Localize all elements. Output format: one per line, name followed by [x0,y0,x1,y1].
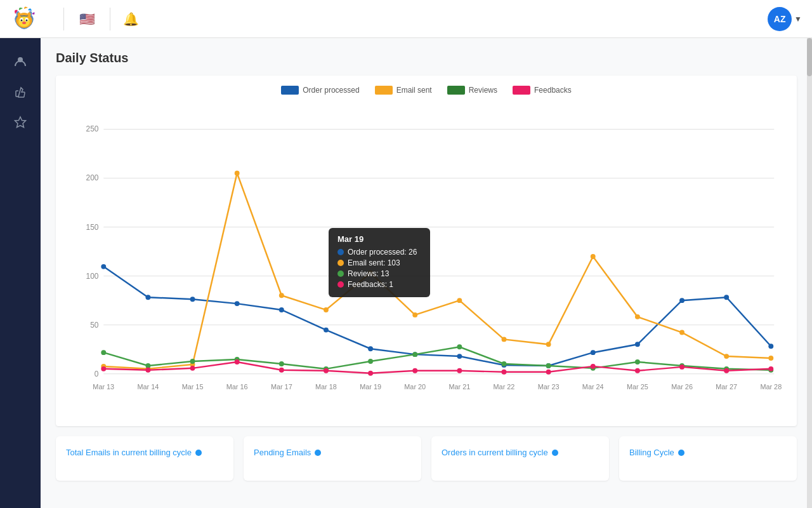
app-logo [10,5,38,33]
card-total-emails: Total Emails in current billing cycle [56,436,233,481]
dashboard-icon [14,55,27,67]
svg-text:Mar 13: Mar 13 [93,383,114,391]
svg-text:100: 100 [86,272,99,281]
feedbacks-line [103,362,771,373]
legend-label-email: Email sent [396,86,432,95]
card-billing-cycle-title: Billing Cycle [629,448,787,457]
svg-point-93 [412,368,417,373]
svg-point-101 [768,366,773,371]
svg-text:250: 250 [86,124,99,133]
svg-text:Mar 28: Mar 28 [760,383,782,391]
svg-text:Mar 23: Mar 23 [538,383,560,391]
legend-item-reviews: Reviews [447,86,497,95]
flag-selector[interactable]: 🇺🇸 [77,9,97,29]
svg-point-53 [768,344,773,349]
notification-bell[interactable]: 🔔 [123,11,139,27]
svg-point-5 [21,19,23,21]
svg-point-72 [190,359,195,364]
svg-text:Mar 20: Mar 20 [404,383,426,391]
svg-text:Mar 15: Mar 15 [182,383,204,391]
svg-point-87 [145,368,150,373]
svg-point-39 [145,295,150,300]
email-line [103,173,771,369]
sidebar [0,38,41,508]
scrollbar-thumb[interactable] [807,38,812,76]
svg-point-40 [190,297,195,302]
sidebar-item-dashboard[interactable] [8,48,33,74]
chart-container: Order processed Email sent Reviews Feedb… [56,76,797,426]
chart-legend: Order processed Email sent Reviews Feedb… [66,86,787,95]
star-icon [14,116,27,128]
svg-point-50 [635,342,640,347]
svg-point-43 [324,328,329,333]
x-axis: Mar 13 Mar 14 Mar 15 Mar 16 Mar 17 Mar 1… [93,383,782,391]
svg-point-59 [324,307,329,312]
svg-text:Mar 21: Mar 21 [449,383,470,391]
svg-point-46 [457,354,462,359]
card-billing-cycle-info-icon [678,450,684,456]
legend-color-feedbacks [513,86,530,95]
svg-point-97 [591,364,596,369]
legend-color-order [281,86,299,95]
main-content: Daily Status Order processed Email sent … [41,38,812,508]
page-title: Daily Status [56,51,797,65]
svg-point-100 [724,368,729,373]
card-orders-info-icon [552,450,558,456]
legend-label-feedbacks: Feedbacks [534,86,572,95]
svg-text:Mar 18: Mar 18 [315,383,337,391]
svg-point-7 [22,22,26,24]
card-pending-emails: Pending Emails [244,436,421,481]
scrollbar-track [807,38,812,508]
legend-item-feedbacks: Feedbacks [513,86,572,95]
svg-point-41 [235,301,240,306]
thumbsup-icon [14,85,27,98]
svg-point-96 [546,370,551,375]
svg-point-94 [457,368,462,373]
svg-point-80 [546,363,551,368]
legend-label-reviews: Reviews [469,86,497,95]
legend-color-email [375,86,393,95]
y-axis: 250 200 150 100 50 0 [86,124,99,378]
svg-text:Mar 25: Mar 25 [627,383,648,391]
card-total-emails-label: Total Emails in current billing cycle [66,448,192,457]
email-dots [101,171,773,371]
svg-text:Mar 22: Mar 22 [494,383,515,391]
legend-label-order: Order processed [303,86,359,95]
svg-text:Mar 19: Mar 19 [360,383,381,391]
card-pending-emails-label: Pending Emails [254,448,311,457]
svg-point-77 [412,352,417,357]
svg-point-44 [368,346,373,351]
navbar: 🇺🇸 🔔 AZ ▼ [0,0,812,38]
svg-point-78 [457,344,462,349]
svg-point-66 [635,314,640,319]
svg-point-95 [502,370,507,375]
svg-text:Mar 24: Mar 24 [582,383,604,391]
grid-lines [103,129,774,373]
user-avatar[interactable]: AZ [768,7,792,31]
svg-point-60 [368,271,373,276]
svg-point-38 [101,264,106,269]
svg-point-91 [324,368,329,373]
svg-point-61 [412,312,417,318]
card-pending-emails-title: Pending Emails [254,448,411,457]
svg-marker-9 [15,117,26,128]
daily-status-chart: 250 200 150 100 50 0 Mar 13 Mar 14 Mar 1… [66,102,787,413]
sidebar-item-star[interactable] [8,109,33,135]
navbar-logo-area [10,5,51,33]
navbar-divider-1 [63,8,64,30]
svg-text:Mar 26: Mar 26 [671,383,693,391]
svg-point-89 [235,359,240,364]
svg-point-6 [26,19,28,21]
svg-point-68 [724,354,729,359]
svg-point-98 [635,368,640,373]
svg-point-42 [279,307,284,312]
svg-point-86 [101,366,106,371]
bottom-cards: Total Emails in current billing cycle Pe… [56,436,797,481]
svg-point-70 [101,350,106,355]
sidebar-item-thumbsup[interactable] [8,79,33,104]
card-orders-title: Orders in current billing cycle [442,448,599,457]
svg-point-88 [190,366,195,371]
svg-point-57 [235,171,240,176]
svg-point-74 [279,361,284,366]
svg-point-82 [635,359,640,364]
